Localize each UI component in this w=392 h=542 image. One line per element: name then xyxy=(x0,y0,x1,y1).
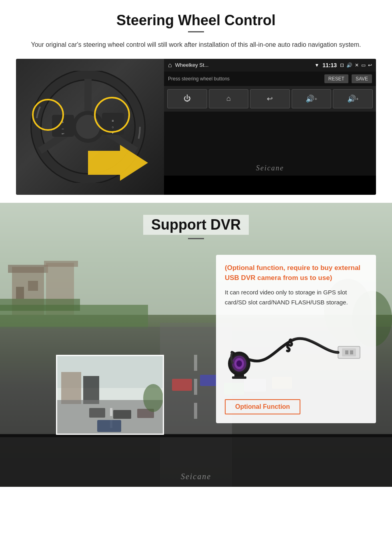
camera-svg xyxy=(228,316,364,390)
highlight-circle-right xyxy=(94,97,130,133)
grid-btn-back[interactable]: ↩ xyxy=(250,89,290,108)
wifi-icon: ▼ xyxy=(314,62,319,68)
svg-point-50 xyxy=(143,384,163,412)
save-button[interactable]: SAVE xyxy=(352,74,372,83)
dvr-optional-notice: (Optional function, require to buy exter… xyxy=(225,263,367,283)
dvr-divider xyxy=(188,238,204,239)
volume-icon: 🔊 xyxy=(346,62,352,68)
home-icon: ⌂ xyxy=(168,62,172,69)
reset-button[interactable]: RESET xyxy=(324,74,348,83)
grid-btn-power[interactable]: ⏻ xyxy=(167,89,207,108)
steering-section: Steering Wheel Control Your original car… xyxy=(0,0,392,199)
back-icon: ↩ xyxy=(368,62,372,68)
svg-rect-42 xyxy=(61,372,81,404)
dvr-section: Support DVR (Optional functi xyxy=(0,203,392,487)
grid-btn-vol-up-1[interactable]: 🔊+ xyxy=(292,89,332,108)
svg-rect-29 xyxy=(194,379,197,395)
ui-statusbar: ⌂ Wheelkey St... ▼ 11:13 ⊡ 🔊 ✕ ▭ ↩ xyxy=(164,59,376,72)
svg-point-60 xyxy=(236,360,242,367)
seicane-watermark: Seicane xyxy=(256,164,284,172)
window-icon: ▭ xyxy=(361,62,366,68)
title-divider xyxy=(188,31,204,32)
dvr-info-card: (Optional function, require to buy exter… xyxy=(216,255,376,423)
highlight-circle-left xyxy=(32,99,64,131)
close-icon: ✕ xyxy=(355,62,359,68)
steering-composite-image: + – ↩ ≡ ○ ✦ ⌂ Whee xyxy=(16,59,376,195)
dvr-description: It can record video only to storage in G… xyxy=(225,287,367,308)
svg-marker-16 xyxy=(88,145,148,181)
svg-rect-55 xyxy=(350,350,353,354)
steering-subtitle: Your original car's steering wheel contr… xyxy=(16,40,376,50)
dvr-inset-photo xyxy=(56,355,164,435)
grid-btn-vol-up-2[interactable]: 🔊+ xyxy=(333,89,373,108)
steering-ui-panel: ⌂ Wheelkey St... ▼ 11:13 ⊡ 🔊 ✕ ▭ ↩ Press… xyxy=(164,59,376,195)
status-icons: ⊡ 🔊 ✕ ▭ ↩ xyxy=(340,62,372,68)
svg-text:↩: ↩ xyxy=(62,132,64,136)
svg-rect-31 xyxy=(172,379,192,391)
svg-rect-21 xyxy=(28,281,38,291)
dvr-seicane-watermark: Seicane xyxy=(181,472,211,481)
arrow-svg xyxy=(88,143,148,183)
steering-wheel-photo: + – ↩ ≡ ○ ✦ xyxy=(16,59,166,195)
svg-rect-32 xyxy=(200,375,218,386)
svg-rect-19 xyxy=(8,265,48,273)
controls-row: Press steering wheel buttons RESET SAVE xyxy=(164,72,376,86)
dvr-title-area: Support DVR xyxy=(0,203,392,247)
optional-function-label: Optional Function xyxy=(225,399,300,414)
svg-rect-28 xyxy=(194,355,197,371)
status-time: 11:13 xyxy=(322,62,337,68)
optional-function-badge: Optional Function xyxy=(225,399,367,414)
svg-rect-48 xyxy=(113,410,131,419)
button-grid: ⏻ ⌂ ↩ 🔊+ 🔊+ xyxy=(164,86,376,112)
svg-rect-62 xyxy=(232,376,246,379)
grid-btn-home[interactable]: ⌂ xyxy=(209,89,249,108)
svg-rect-51 xyxy=(97,420,121,432)
svg-rect-53 xyxy=(342,348,356,356)
svg-rect-30 xyxy=(194,403,197,419)
controls-label: Press steering wheel buttons xyxy=(168,76,321,82)
dvr-camera-illustration xyxy=(225,314,367,394)
svg-rect-20 xyxy=(16,287,24,299)
steering-title: Steering Wheel Control xyxy=(16,12,376,29)
dvr-inset-svg xyxy=(57,356,164,435)
dvr-title: Support DVR xyxy=(143,215,249,235)
svg-rect-23 xyxy=(44,261,78,267)
svg-text:–: – xyxy=(62,127,64,131)
svg-rect-47 xyxy=(89,408,105,418)
app-title: Wheelkey St... xyxy=(175,62,312,68)
camera-icon: ⊡ xyxy=(340,62,344,68)
svg-rect-54 xyxy=(345,350,348,354)
svg-rect-25 xyxy=(0,299,80,311)
svg-rect-43 xyxy=(83,376,99,404)
svg-rect-45 xyxy=(110,408,112,416)
